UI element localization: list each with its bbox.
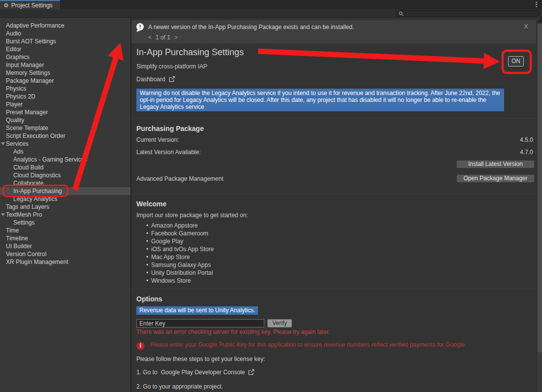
sidebar-item-label: Ads xyxy=(13,148,24,155)
banner-close-icon[interactable]: X xyxy=(524,23,528,30)
bullet-icon: • xyxy=(146,269,151,277)
sidebar-item-memory-settings[interactable]: Memory Settings xyxy=(0,69,130,77)
sidebar-item-label: Analytics - Gaming Services xyxy=(13,156,87,163)
sidebar-item-label: Physics 2D xyxy=(6,93,35,100)
sidebar-item-scene-template[interactable]: Scene Template xyxy=(0,124,130,132)
store-list-item: •Mac App Store xyxy=(146,253,542,261)
sidebar-item-label: Services xyxy=(6,140,29,147)
sidebar-item-physics-2d[interactable]: Physics 2D xyxy=(0,93,130,100)
sidebar-item-time[interactable]: Time xyxy=(0,227,130,234)
window-title-bar: ⚙ Project Settings ⋮ xyxy=(0,0,542,9)
scrollbar-thumb[interactable] xyxy=(538,24,542,353)
section-divider xyxy=(131,118,536,119)
sidebar-item-cloud-diagnostics[interactable]: Cloud Diagnostics xyxy=(0,171,130,179)
sidebar-item-in-app-purchasing[interactable]: In-App Purchasing xyxy=(0,187,130,195)
scroll-up-arrow-icon[interactable] xyxy=(537,16,542,23)
bullet-icon: • xyxy=(146,222,151,229)
revenue-note-badge: Revenue data will be sent to Unity Analy… xyxy=(136,306,258,315)
section-divider xyxy=(131,194,536,194)
external-link-icon[interactable] xyxy=(248,369,255,375)
page-subtitle: Simplify cross-platform IAP xyxy=(136,64,542,70)
service-on-toggle[interactable]: ON xyxy=(508,56,524,66)
sidebar-item-adaptive-performance[interactable]: Adaptive Performance xyxy=(0,22,130,30)
sidebar-item-label: Editor xyxy=(6,46,21,53)
sidebar-item-burst-aot-settings[interactable]: Burst AOT Settings xyxy=(0,37,130,45)
search-box[interactable] xyxy=(396,10,540,17)
sidebar-item-analytics-gaming-services[interactable]: Analytics - Gaming Services xyxy=(0,156,130,163)
tab-project-settings[interactable]: ⚙ Project Settings xyxy=(0,0,60,9)
step1-prefix: 1. Go to xyxy=(136,369,158,376)
open-package-manager-button[interactable]: Open Package Manager xyxy=(456,174,535,183)
kebab-menu-icon[interactable]: ⋮ xyxy=(533,1,540,7)
pager-prev-icon[interactable]: < xyxy=(148,34,152,41)
store-list: •Amazon Appstore•Facebook Gameroom•Googl… xyxy=(146,222,542,285)
store-name: Samsung Galaxy Apps xyxy=(151,261,211,268)
latest-version-label: Latest Version Available: xyxy=(136,149,201,156)
sidebar-item-label: Adaptive Performance xyxy=(6,22,64,29)
external-link-icon[interactable] xyxy=(169,76,175,82)
sidebar-item-label: Collaborate xyxy=(13,180,43,187)
search-icon xyxy=(399,11,404,16)
current-version-value: 4.5.0 xyxy=(520,137,533,143)
key-check-error-text: There was an error checking server for e… xyxy=(136,329,542,335)
dashboard-link[interactable]: Dashboard xyxy=(136,76,165,83)
sidebar-item-quality[interactable]: Quality xyxy=(0,116,130,124)
banner-message: A newer version of the In-App Purchasing… xyxy=(148,24,354,31)
sidebar-item-label: Tags and Layers xyxy=(6,203,49,210)
store-name: Windows Store xyxy=(151,277,191,284)
sidebar-item-ads[interactable]: Ads xyxy=(0,148,130,156)
sidebar-item-label: UI Builder xyxy=(6,243,32,250)
sidebar-item-collaborate[interactable]: Collaborate xyxy=(0,179,130,187)
sidebar-item-physics[interactable]: Physics xyxy=(0,85,130,93)
vertical-scrollbar[interactable] xyxy=(537,18,542,392)
sidebar-item-label: Player xyxy=(6,101,23,108)
store-list-item: •Unity Distribution Portal xyxy=(146,269,542,277)
sidebar-item-editor[interactable]: Editor xyxy=(0,45,130,53)
sidebar-item-graphics[interactable]: Graphics xyxy=(0,53,130,61)
store-name: Amazon Appstore xyxy=(151,222,198,229)
sidebar-item-input-manager[interactable]: Input Manager xyxy=(0,61,130,69)
sidebar-item-label: Package Manager xyxy=(6,77,54,84)
sidebar-item-tags-and-layers[interactable]: Tags and Layers xyxy=(0,203,130,211)
sidebar-item-label: Physics xyxy=(6,85,26,92)
install-latest-version-button[interactable]: Install Latest Version xyxy=(456,160,535,168)
sidebar-item-label: Cloud Build xyxy=(13,164,43,171)
sidebar-item-script-execution-order[interactable]: Script Execution Order xyxy=(0,132,130,140)
step2-text: 2. Go to your appropriate project. xyxy=(136,384,542,390)
sidebar-item-timeline[interactable]: Timeline xyxy=(0,234,130,242)
foldout-expanded-icon[interactable] xyxy=(1,213,5,216)
store-list-item: •Facebook Gameroom xyxy=(146,229,542,237)
foldout-expanded-icon[interactable] xyxy=(1,142,5,145)
google-play-console-link[interactable]: Google Play Developer Console xyxy=(161,369,245,376)
sidebar-item-version-control[interactable]: Version Control xyxy=(0,250,130,258)
section-divider xyxy=(131,289,536,289)
package-update-banner: ! A newer version of the In-App Purchasi… xyxy=(131,20,536,43)
alert-speech-bubble-icon: ! xyxy=(136,23,144,31)
sidebar-item-label: Audio xyxy=(6,30,21,37)
sidebar-item-label: Time xyxy=(6,227,19,234)
sidebar-item-textmesh-pro[interactable]: TextMesh Pro xyxy=(0,211,130,219)
gear-icon: ⚙ xyxy=(3,2,9,8)
bullet-icon: • xyxy=(146,261,151,269)
sidebar-item-label: Memory Settings xyxy=(6,69,50,76)
verify-button[interactable]: Verify xyxy=(267,319,292,327)
sidebar-item-audio[interactable]: Audio xyxy=(0,30,130,37)
sidebar-item-services[interactable]: Services xyxy=(0,140,130,148)
sidebar-item-package-manager[interactable]: Package Manager xyxy=(0,77,130,85)
sidebar-item-xr-plugin-management[interactable]: XR Plugin Management xyxy=(0,258,130,266)
page-title: In-App Purchasing Settings xyxy=(136,47,542,58)
sidebar-item-ui-builder[interactable]: UI Builder xyxy=(0,242,130,250)
pager-next-icon[interactable]: > xyxy=(174,34,178,41)
store-list-item: •iOS and tvOs App Store xyxy=(146,245,542,253)
settings-category-sidebar: Adaptive PerformanceAudioBurst AOT Setti… xyxy=(0,18,131,392)
sidebar-item-player[interactable]: Player xyxy=(0,100,130,108)
settings-search-input[interactable] xyxy=(406,11,537,16)
google-public-key-input[interactable] xyxy=(136,319,264,327)
sidebar-item-settings[interactable]: Settings xyxy=(0,219,130,227)
info-icon: i xyxy=(136,342,145,350)
store-name: Facebook Gameroom xyxy=(151,230,208,237)
sidebar-item-cloud-build[interactable]: Cloud Build xyxy=(0,163,130,171)
sidebar-item-label: Quality xyxy=(6,117,24,124)
sidebar-item-preset-manager[interactable]: Preset Manager xyxy=(0,108,130,116)
sidebar-item-legacy-analytics[interactable]: Legacy Analytics xyxy=(0,195,130,203)
